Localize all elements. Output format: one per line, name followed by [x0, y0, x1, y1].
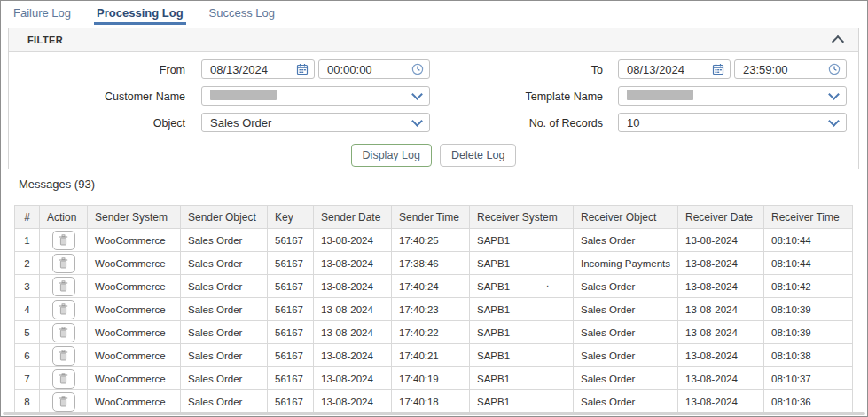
- delete-log-button[interactable]: Delete Log: [440, 144, 516, 167]
- template-name-value: [627, 90, 826, 103]
- sender-date-cell: 13-08-2024: [314, 390, 392, 413]
- action-cell: [40, 252, 88, 275]
- calendar-icon[interactable]: [712, 63, 724, 75]
- clock-icon[interactable]: [828, 63, 841, 75]
- chevron-down-icon: [830, 120, 841, 125]
- receiver-time-cell: 08:10:44: [764, 229, 853, 252]
- delete-row-button[interactable]: [52, 300, 75, 319]
- key-cell: 56167: [268, 298, 314, 321]
- sender-time-cell: 17:40:22: [392, 321, 470, 344]
- key-cell: 56167: [268, 275, 314, 298]
- filter-panel: FILTER From 08/13/2024 00:00:00 To 08/13…: [8, 28, 859, 169]
- table-row: 6 WooCommerce Sales Order 56167 13-08-20…: [15, 344, 853, 367]
- receiver-object-cell: Sales Order: [574, 321, 678, 344]
- action-cell: [40, 298, 88, 321]
- to-time-input[interactable]: 23:59:00: [734, 59, 847, 79]
- column-header-sender-system: Sender System: [88, 206, 181, 229]
- stray-dot-artifact: .: [546, 278, 549, 288]
- key-cell: 56167: [268, 367, 314, 390]
- sender-time-cell: 17:40:24: [392, 275, 470, 298]
- sender-object-cell: Sales Order: [181, 367, 268, 390]
- column-header-sender-object: Sender Object: [181, 206, 268, 229]
- key-cell: 56167: [268, 321, 314, 344]
- receiver-date-cell: 13-08-2024: [678, 321, 764, 344]
- sender-object-cell: Sales Order: [181, 252, 268, 275]
- horizontal-scrollbar[interactable]: [3, 412, 865, 415]
- trash-icon: [59, 280, 68, 292]
- key-cell: 56167: [268, 252, 314, 275]
- table-row: 3 WooCommerce Sales Order 56167 13-08-20…: [15, 275, 853, 298]
- receiver-system-cell: SAPB1: [470, 344, 574, 367]
- key-cell: 56167: [268, 390, 314, 413]
- sender-system-cell: WooCommerce: [88, 275, 181, 298]
- trash-icon: [59, 327, 68, 338]
- action-cell: [40, 344, 88, 367]
- receiver-object-cell: Sales Order: [574, 229, 678, 252]
- row-number-cell: 3: [15, 275, 40, 298]
- filter-title: FILTER: [27, 35, 63, 45]
- from-date-value: 08/13/2024: [210, 63, 293, 76]
- sender-time-cell: 17:40:25: [392, 229, 470, 252]
- delete-row-button[interactable]: [52, 346, 75, 366]
- receiver-date-cell: 13-08-2024: [678, 252, 764, 275]
- redacted-value: [627, 90, 693, 100]
- action-cell: [40, 367, 88, 390]
- from-label: From: [9, 59, 185, 81]
- table-header-row: #ActionSender SystemSender ObjectKeySend…: [15, 206, 853, 229]
- column-header--: #: [15, 206, 40, 229]
- column-header-sender-time: Sender Time: [392, 206, 470, 229]
- to-date-value: 08/13/2024: [627, 63, 708, 76]
- column-header-receiver-object: Receiver Object: [574, 206, 678, 229]
- sender-date-cell: 13-08-2024: [314, 229, 392, 252]
- receiver-time-cell: 08:10:39: [764, 298, 853, 321]
- column-header-action: Action: [40, 206, 88, 229]
- filter-header[interactable]: FILTER: [9, 28, 858, 52]
- column-header-receiver-time: Receiver Time: [764, 206, 853, 229]
- template-name-select[interactable]: [618, 86, 847, 106]
- receiver-time-cell: 08:10:42: [764, 275, 853, 298]
- trash-icon: [59, 396, 68, 407]
- delete-row-button[interactable]: [52, 392, 75, 412]
- key-cell: 56167: [268, 344, 314, 367]
- row-number-cell: 4: [15, 298, 40, 321]
- redacted-value: [210, 90, 277, 100]
- column-header-sender-date: Sender Date: [314, 206, 392, 229]
- table-row: 7 WooCommerce Sales Order 56167 13-08-20…: [15, 367, 853, 390]
- delete-row-button[interactable]: [52, 323, 75, 342]
- tab-failure-log[interactable]: Failure Log: [13, 2, 71, 25]
- action-cell: [40, 275, 88, 298]
- collapse-chevron-up-icon[interactable]: [832, 35, 844, 48]
- receiver-system-cell: SAPB1.: [470, 275, 574, 298]
- tab-success-log[interactable]: Success Log: [209, 2, 275, 25]
- sender-object-cell: Sales Order: [181, 390, 268, 413]
- receiver-time-cell: 08:10:37: [764, 367, 853, 390]
- receiver-object-cell: Sales Order: [574, 298, 678, 321]
- receiver-date-cell: 13-08-2024: [678, 275, 764, 298]
- delete-row-button[interactable]: [52, 254, 75, 273]
- action-cell: [40, 390, 88, 413]
- delete-row-button[interactable]: [52, 277, 75, 296]
- tab-processing-log[interactable]: Processing Log: [97, 2, 184, 25]
- column-header-key: Key: [268, 206, 314, 229]
- sender-system-cell: WooCommerce: [88, 367, 181, 390]
- to-date-input[interactable]: 08/13/2024: [618, 59, 731, 79]
- delete-row-button[interactable]: [52, 231, 75, 250]
- sender-object-cell: Sales Order: [181, 229, 268, 252]
- records-label: No. of Records: [364, 113, 603, 134]
- receiver-object-cell: Sales Order: [574, 344, 678, 367]
- display-log-button[interactable]: Display Log: [351, 144, 432, 167]
- from-date-input[interactable]: 08/13/2024: [201, 59, 315, 79]
- calendar-icon[interactable]: [296, 63, 309, 75]
- row-number-cell: 5: [15, 321, 40, 344]
- receiver-object-cell: Incoming Payments: [574, 252, 678, 275]
- delete-row-button[interactable]: [52, 369, 75, 389]
- sender-date-cell: 13-08-2024: [314, 252, 392, 275]
- action-cell: [40, 229, 88, 252]
- sender-time-cell: 17:40:19: [392, 367, 470, 390]
- receiver-object-cell: Sales Order: [574, 275, 678, 298]
- receiver-time-cell: 08:10:38: [764, 344, 853, 367]
- template-name-label: Template Name: [364, 86, 603, 107]
- sender-system-cell: WooCommerce: [88, 344, 181, 367]
- records-select[interactable]: 10: [618, 113, 847, 132]
- sender-date-cell: 13-08-2024: [314, 344, 392, 367]
